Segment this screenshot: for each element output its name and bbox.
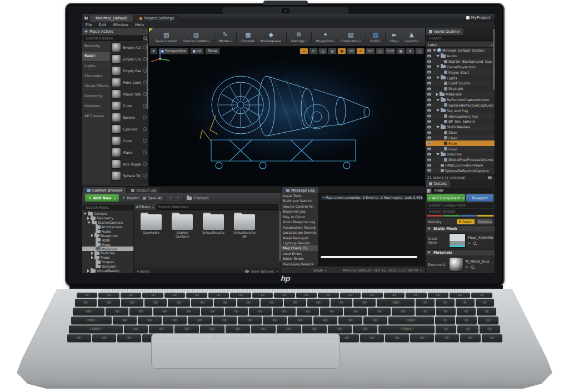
visibility-eye-icon[interactable] [427,104,431,107]
visibility-eye-icon[interactable] [427,158,431,161]
outliner-row[interactable]: BP_Sky_Sphere [426,119,495,124]
folder-tree-row[interactable]: HDRI [82,238,133,242]
actor-drag-handle-icon[interactable] [143,162,147,166]
save-all-button[interactable]: ▤ Save All [142,196,162,200]
grid-snap-toggle-button[interactable]: ▦ [337,48,346,54]
actor-drag-handle-icon[interactable] [143,81,147,84]
camera-speed-button[interactable]: ▣ [396,48,405,54]
folder-tile[interactable]: Starter Content [169,214,195,239]
output-log-tab[interactable]: Output Log [127,187,160,193]
visibility-eye-icon[interactable] [427,142,431,145]
place-actors-category[interactable]: Lights [82,62,110,72]
outliner-row[interactable]: Volumes [426,152,495,157]
place-actor-item[interactable]: Empty Pawn [110,65,148,77]
folder-tree-row[interactable]: Textures [82,264,133,269]
place-actors-category[interactable]: Geometry [82,92,110,102]
translate-tool-button[interactable]: + [300,48,308,54]
dropdown-caret-icon[interactable]: ▾ [417,39,419,43]
visibility-eye-icon[interactable] [427,148,431,150]
outliner-row[interactable]: Light Source [426,81,495,86]
outliner-row[interactable]: StaticMeshes [426,124,495,130]
visibility-eye-icon[interactable] [427,82,431,85]
level-viewport[interactable]: ▾ Perspective Lit Show + ↻ [149,47,425,186]
filters-button[interactable]: ▼ Filters ▾ [136,205,154,209]
history-forward-button[interactable]: → [176,195,179,200]
visibility-eye-icon[interactable] [427,164,431,167]
place-actors-category[interactable]: Recently Placed [82,42,110,52]
menu-item[interactable]: Window [113,23,128,27]
folder-tree-row[interactable]: Geometry [82,216,133,220]
outliner-row[interactable]: Floor [426,146,495,152]
folder-tree-row[interactable]: Props [82,255,133,260]
view-options-eye-icon[interactable] [488,176,492,179]
actor-drag-handle-icon[interactable] [143,57,147,61]
browse-asset-icon[interactable] [472,241,477,245]
static-mesh-section-header[interactable]: Static Mesh [426,225,495,232]
add-new-button[interactable]: + Add New ▾ [85,194,119,202]
place-actor-item[interactable]: Cone [110,135,148,147]
materials-section-header[interactable]: Materials [426,249,495,255]
toolbar-button[interactable]: ► Play▾ [385,32,402,43]
rotation-snap-toggle-button[interactable]: ∠ [356,48,365,54]
add-component-button[interactable]: + Add Component ▾ [427,194,465,202]
dropdown-caret-icon[interactable]: ▾ [230,39,232,43]
place-actor-item[interactable]: Cube [110,100,148,112]
visibility-eye-icon[interactable] [427,71,431,74]
visibility-eye-icon[interactable] [427,131,431,134]
expand-arrow-icon[interactable] [436,93,438,96]
world-outliner-tab[interactable]: World Outliner [426,28,463,35]
place-actor-item[interactable]: Player Start [110,88,148,100]
rotation-snap-value[interactable]: 10° [366,48,375,54]
expand-arrow-icon[interactable] [91,256,93,259]
visibility-eye-icon[interactable] [427,120,431,123]
use-selected-arrow-icon[interactable]: ← [466,265,468,269]
visibility-eye-icon[interactable] [427,125,431,128]
place-actor-item[interactable]: Empty Character [110,53,148,65]
outliner-row[interactable]: ReflectionCaptureActors [426,97,495,103]
expand-arrow-icon[interactable] [91,252,93,255]
folder-tree-row[interactable]: Architecture [82,225,133,229]
place-actor-item[interactable]: Empty Actor [110,42,148,53]
log-category-row[interactable]: Anim Blueprint Log [281,219,318,224]
use-selected-arrow-icon[interactable]: ← [468,241,471,245]
menu-item[interactable]: File [86,23,92,27]
toolbar-button[interactable]: ▲ Launch▾ [402,32,421,43]
search-details-input[interactable] [427,209,493,214]
visibility-eye-icon[interactable] [427,137,431,139]
import-button[interactable]: ↑ Import [122,196,139,200]
place-actors-scrollbar[interactable] [147,43,148,109]
actor-drag-handle-icon[interactable] [143,127,147,131]
log-category-row[interactable]: Asset Reimport [281,235,318,240]
log-category-row[interactable]: Build and Submit [281,198,318,203]
expand-arrow-icon[interactable] [87,217,89,220]
message-log-tab[interactable]: Message Log [282,187,318,193]
visibility-eye-icon[interactable] [427,54,431,57]
rotate-tool-button[interactable]: ↻ [309,48,318,54]
expand-arrow-icon[interactable] [433,49,436,52]
actor-drag-handle-icon[interactable] [143,92,147,96]
material-sphere-thumbnail[interactable] [449,257,463,272]
search-assets-input[interactable] [156,204,278,210]
menu-item[interactable]: Help [135,23,144,27]
log-category-row[interactable]: Localization Service [281,230,318,235]
place-actor-item[interactable]: Sphere Trigger [110,170,148,182]
actor-drag-handle-icon[interactable] [143,69,147,73]
mobility-stationary-button[interactable]: Stationary [477,219,492,224]
outliner-row[interactable]: SphereReflectionCapture [426,168,495,174]
expand-arrow-icon[interactable] [91,234,93,237]
log-category-row[interactable]: Play In Editor [281,214,318,219]
folder-tree-row[interactable]: Shapes [82,260,133,264]
actor-drag-handle-icon[interactable] [143,174,147,178]
place-actors-category[interactable]: All Classes [82,112,110,122]
actor-drag-handle-icon[interactable] [143,46,147,49]
details-tab[interactable]: Details [426,180,450,187]
folder-tree-row[interactable]: StarterContent [82,220,133,225]
expand-arrow-icon[interactable] [436,109,440,112]
actor-name-input[interactable] [432,188,493,193]
search-classes-input[interactable] [83,36,143,41]
expand-arrow-icon[interactable] [436,153,440,155]
visibility-eye-icon[interactable] [427,153,431,156]
search-components-input[interactable] [427,203,493,208]
visibility-eye-icon[interactable] [427,60,431,63]
actor-drag-handle-icon[interactable] [143,139,147,143]
